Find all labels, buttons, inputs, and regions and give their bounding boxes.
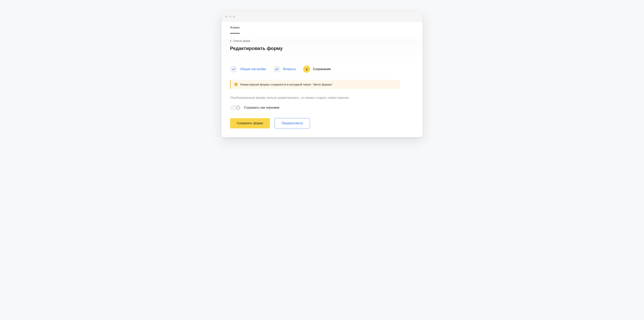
toggle-thumb-icon [236,106,240,109]
divider [230,60,414,60]
stepper: Общие настройки Вопросы 3 Сохранение [230,66,414,73]
step-done-badge [230,66,237,73]
save-as-draft-toggle-row: Сохранить как черновик [230,105,414,110]
actions-row: Сохранить форму Предпросмотр [230,118,414,128]
step-label: Вопросы [283,67,296,71]
step-done-badge [273,66,280,73]
step-questions[interactable]: Вопросы [273,66,296,73]
step-current-badge: 3 [303,66,310,73]
breadcrumb-back[interactable]: Список форм [230,39,414,43]
save-form-button[interactable]: Сохранить форму [230,118,270,128]
step-label: Сохранение [313,67,331,71]
content-area: Список форм Редактировать форму Общие на… [222,34,422,137]
window-titlebar [222,12,422,22]
hint-text: Опубликованную форму нельзя редактироват… [230,96,414,100]
check-icon [276,68,278,70]
minimize-dot-icon[interactable] [229,16,231,18]
maximize-dot-icon[interactable] [233,16,235,18]
warning-icon: ! [234,83,238,86]
traffic-lights [225,16,235,18]
breadcrumb-label: Список форм [233,39,250,43]
step-saving: 3 Сохранение [303,66,331,73]
check-icon [232,68,235,70]
chevron-left-icon [230,40,232,42]
notice-text: Новая версия формы сохранится в исходной… [240,83,333,86]
save-as-draft-toggle[interactable] [230,105,241,110]
notice-banner: ! Новая версия формы сохранится в исходн… [230,80,400,89]
preview-button[interactable]: Предпросмотр [275,118,310,128]
close-dot-icon[interactable] [225,16,228,18]
app-window: Формы Список форм Редактировать форму Об… [222,12,422,137]
step-general-settings[interactable]: Общие настройки [230,66,266,73]
header-block: Список форм Редактировать форму [222,39,422,60]
toggle-label: Сохранить как черновик [244,106,280,109]
tab-forms[interactable]: Формы [230,22,240,34]
step-label: Общие настройки [240,67,266,71]
page-title: Редактировать форму [230,46,414,51]
top-tabs: Формы [222,22,422,34]
